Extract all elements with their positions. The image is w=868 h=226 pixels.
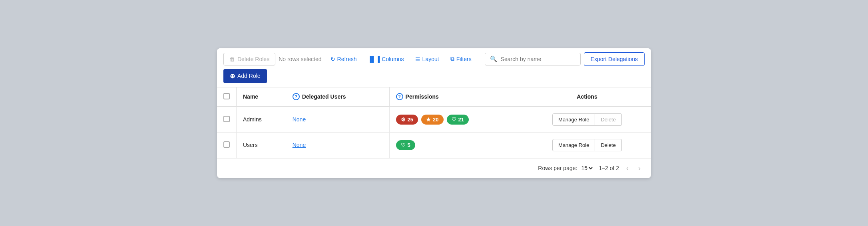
badge-count-users: 5 [408, 142, 410, 148]
row-permissions-admins: ⚙25★20♡21 [389, 107, 523, 133]
rows-per-page-control: Rows per page: 15 25 50 [538, 165, 594, 172]
filter-icon: ⧉ [450, 56, 454, 62]
select-all-checkbox-header[interactable] [217, 87, 237, 107]
pagination-info: 1–2 of 2 [599, 165, 619, 171]
row-permissions-users: ♡5 [389, 132, 523, 158]
delete-button-users[interactable]: Delete [595, 139, 622, 151]
rows-per-page-label: Rows per page: [538, 165, 577, 171]
delegated-users-link-users[interactable]: None [293, 142, 306, 148]
badge-icon-admins: ⚙ [401, 117, 406, 123]
manage-role-button-users[interactable]: Manage Role [552, 139, 595, 151]
row-delegated-users-users: None [286, 132, 389, 158]
columns-icon: ▐▌▐ [368, 56, 380, 62]
delegated-users-link-admins[interactable]: None [293, 116, 306, 123]
delete-roles-label: Delete Roles [237, 56, 269, 62]
permission-badge-orange-admins: ★20 [421, 115, 443, 125]
badge-count-admins: 25 [408, 117, 413, 123]
main-panel: 🗑 Delete Roles No rows selected ↻ Refres… [217, 48, 651, 178]
search-box: 🔍 [485, 53, 581, 65]
col-header-permissions: ? Permissions [389, 87, 523, 107]
col-header-actions: Actions [523, 87, 651, 107]
row-checkbox-admins [217, 107, 237, 133]
permissions-info-icon[interactable]: ? [396, 93, 403, 100]
layout-label: Layout [422, 56, 439, 62]
badge-icon-users: ♡ [401, 142, 406, 148]
layout-icon: ☰ [415, 56, 420, 62]
checkbox-users[interactable] [223, 141, 230, 148]
layout-button[interactable]: ☰ Layout [411, 53, 443, 65]
badge-count-admins: 20 [433, 117, 438, 123]
rows-per-page-select[interactable]: 15 25 50 [579, 165, 594, 172]
row-delegated-users-admins: None [286, 107, 389, 133]
refresh-button[interactable]: ↻ Refresh [326, 53, 361, 65]
add-role-label: Add Role [237, 73, 261, 79]
col-header-name: Name [237, 87, 286, 107]
search-icon: 🔍 [490, 56, 498, 63]
no-rows-label: No rows selected [279, 56, 321, 62]
badge-count-admins: 21 [458, 117, 464, 123]
delete-roles-button[interactable]: 🗑 Delete Roles [223, 53, 275, 65]
filters-button[interactable]: ⧉ Filters [446, 53, 476, 65]
export-delegations-button[interactable]: Export Delegations [584, 52, 645, 66]
delegated-users-info-icon[interactable]: ? [293, 93, 300, 100]
toolbar: 🗑 Delete Roles No rows selected ↻ Refres… [217, 48, 651, 87]
row-actions-admins: Manage RoleDelete [523, 107, 651, 133]
table-row: UsersNone♡5Manage RoleDelete [217, 132, 651, 158]
select-all-checkbox[interactable] [223, 93, 230, 99]
search-input[interactable] [501, 56, 575, 62]
row-checkbox-users [217, 132, 237, 158]
table-body: AdminsNone⚙25★20♡21Manage RoleDeleteUser… [217, 107, 651, 158]
columns-label: Columns [382, 56, 404, 62]
checkbox-admins[interactable] [223, 116, 230, 122]
add-role-button[interactable]: ⊕ Add Role [223, 69, 267, 83]
columns-button[interactable]: ▐▌▐ Columns [364, 53, 408, 65]
refresh-label: Refresh [337, 56, 357, 62]
refresh-icon: ↻ [330, 56, 335, 62]
filters-label: Filters [456, 56, 472, 62]
delete-button-admins: Delete [595, 113, 622, 126]
permission-badge-green-users: ♡5 [396, 140, 415, 150]
row-name-users: Users [237, 132, 286, 158]
badge-icon-admins: ♡ [452, 117, 456, 123]
table-row: AdminsNone⚙25★20♡21Manage RoleDelete [217, 107, 651, 133]
permission-badge-green-admins: ♡21 [447, 115, 469, 125]
manage-role-button-admins[interactable]: Manage Role [552, 113, 595, 126]
prev-page-button[interactable]: ‹ [624, 163, 631, 173]
permission-badge-red-admins: ⚙25 [396, 115, 418, 125]
table-footer: Rows per page: 15 25 50 1–2 of 2 ‹ › [217, 158, 651, 178]
next-page-button[interactable]: › [636, 163, 643, 173]
trash-icon: 🗑 [229, 56, 235, 62]
row-name-admins: Admins [237, 107, 286, 133]
badge-icon-admins: ★ [426, 117, 431, 123]
export-label: Export Delegations [591, 56, 638, 62]
col-header-delegated-users: ? Delegated Users [286, 87, 389, 107]
row-actions-users: Manage RoleDelete [523, 132, 651, 158]
roles-table: Name ? Delegated Users ? Permissions Act… [217, 87, 651, 158]
plus-icon: ⊕ [230, 72, 235, 80]
table-header-row: Name ? Delegated Users ? Permissions Act… [217, 87, 651, 107]
